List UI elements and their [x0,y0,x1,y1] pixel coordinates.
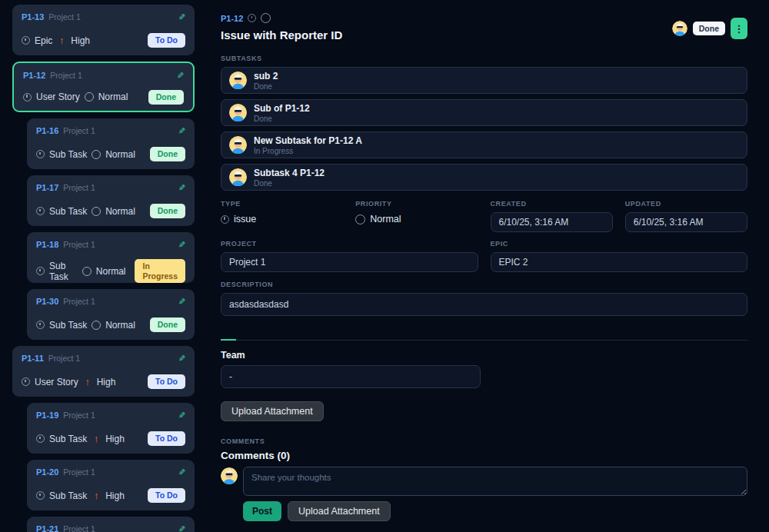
edit-pencil-icon[interactable]: ✎ [177,71,184,80]
edit-pencil-icon[interactable]: ✎ [178,354,185,363]
subtask-title: Subtask 4 P1-12 [254,168,325,178]
priority-label: High [71,35,90,46]
issue-card[interactable]: P1-16 Project 1 ✎ sub 2 Sub Task Normal … [27,118,195,169]
issue-type-icon [248,14,256,22]
priority-icon [92,207,101,216]
created-field[interactable]: 6/10/25, 3:16 AM [491,212,613,232]
subtask-title: Sub of P1-12 [254,103,310,114]
epic-field[interactable]: EPIC 2 [491,252,748,272]
project-field[interactable]: Project 1 [221,252,478,272]
issue-card[interactable]: P1-17 Project 1 ✎ Sub of P1-12 Sub Task … [27,175,195,226]
priority-icon [92,321,101,330]
priority-value: Normal [370,214,401,224]
issue-title: aaa [22,367,185,369]
edit-pencil-icon[interactable]: ✎ [178,241,185,249]
detail-tabs [221,329,747,341]
type-field-label: TYPE [221,200,343,208]
issue-type-icon [22,377,30,386]
issue-card[interactable]: P1-12 Project 1 ✎ Issue with Reporter ID… [12,62,195,112]
subtasks-list: sub 2 Done Sub of P1-12 Done New Subtask… [221,67,747,191]
status-badge: Done [150,204,185,218]
issue-type-label: User Story [36,91,80,102]
issue-card[interactable]: P1-13 Project 1 ✎ EPIC 2 Epic ↑ High To … [12,5,195,55]
issue-key: P1-21 [36,524,58,532]
issue-title: Subtask 2 for P1-11 [36,481,185,483]
issue-type-icon [22,36,30,45]
description-field[interactable]: asdasdasdasd [221,293,747,316]
issue-key: P1-12 [221,14,243,23]
issue-card[interactable]: P1-11 Project 1 ✎ aaa User Story ↑ High … [12,346,195,397]
subtask-status: In Progress [254,147,362,155]
issue-type-icon [36,207,45,215]
subtask-row[interactable]: New Subtask for P1-12 A In Progress [221,131,747,158]
status-badge: To Do [148,431,185,446]
priority-label: Normal [105,206,135,217]
priority-label: High [97,377,116,387]
edit-pencil-icon[interactable]: ✎ [178,184,185,192]
issue-title: Sub of P1-12 [36,197,185,198]
team-field[interactable]: - [221,365,481,388]
edit-pencil-icon[interactable]: ✎ [178,525,185,532]
edit-pencil-icon[interactable]: ✎ [178,468,185,477]
issue-detail-panel: P1-12 Issue with Reporter ID Done ⋮ SUBT… [208,0,769,532]
assignee-avatar [229,71,247,89]
subtask-status: Done [254,179,325,188]
priority-label: Normal [96,266,126,277]
issue-card[interactable]: P1-20 Project 1 ✎ Subtask 2 for P1-11 Su… [27,460,195,510]
status-badge: Done [150,147,185,161]
status-badge: In Progress [135,259,185,283]
type-value: issue [234,214,256,224]
issue-card[interactable]: P1-21 Project 1 ✎ [27,517,195,532]
project-name: Project 1 [63,524,95,532]
assignee-avatar [229,168,247,186]
issue-key: P1-12 [23,71,45,80]
project-name: Project 1 [63,240,95,249]
priority-icon: ↑ [83,376,92,387]
issue-key: P1-17 [36,183,58,192]
status-badge: Done [150,318,185,332]
created-field-label: CREATED [491,200,613,208]
tab[interactable] [247,329,262,341]
subtask-status: Done [254,82,278,91]
project-name: Project 1 [63,467,95,477]
issue-card[interactable]: P1-19 Project 1 ✎ SUbtask P1-11 Sub Task… [27,403,195,454]
edit-pencil-icon[interactable]: ✎ [178,127,185,135]
project-field-label: PROJECT [221,240,478,248]
assignee-avatar[interactable] [672,21,687,36]
post-comment-button[interactable]: Post [243,501,281,521]
issue-type-label: User Story [35,377,78,387]
priority-label: Normal [98,91,128,102]
issue-type-icon [23,93,32,101]
updated-field[interactable]: 6/10/25, 3:16 AM [625,212,747,232]
priority-label: Normal [105,320,135,331]
subtask-row[interactable]: sub 2 Done [221,67,747,94]
issue-card[interactable]: P1-30 Project 1 ✎ Subtask 4 P1-12 Sub Ta… [27,289,195,340]
priority-icon [92,150,101,159]
issue-title: sub 2 [36,140,185,141]
epic-field-label: EPIC [491,240,748,248]
issue-key: P1-16 [36,126,58,135]
priority-label: Normal [105,149,135,160]
issue-title: EPIC 2 [22,26,185,28]
comment-input[interactable] [243,467,747,496]
project-name: Project 1 [63,297,95,306]
project-name: Project 1 [48,12,80,22]
priority-icon: ↑ [57,35,66,46]
issue-key: P1-11 [22,354,44,363]
more-menu-button[interactable]: ⋮ [731,18,747,39]
project-name: Project 1 [63,411,95,420]
issue-card[interactable]: P1-18 Project 1 ✎ New Subtask for P1-12 … [27,232,195,283]
upload-attachment-button[interactable]: Upload Attachment [288,501,391,521]
current-user-avatar [221,467,238,484]
issue-key: P1-19 [36,411,58,420]
tab[interactable] [221,329,236,341]
edit-pencil-icon[interactable]: ✎ [178,13,185,22]
issue-type-label: Sub Task [49,261,78,282]
priority-icon [82,267,92,276]
subtask-row[interactable]: Sub of P1-12 Done [221,99,747,126]
upload-attachment-button[interactable]: Upload Attachment [221,401,324,421]
description-field-label: DESCRIPTION [221,281,747,288]
subtask-row[interactable]: Subtask 4 P1-12 Done [221,164,747,191]
edit-pencil-icon[interactable]: ✎ [178,298,185,306]
edit-pencil-icon[interactable]: ✎ [178,411,185,420]
